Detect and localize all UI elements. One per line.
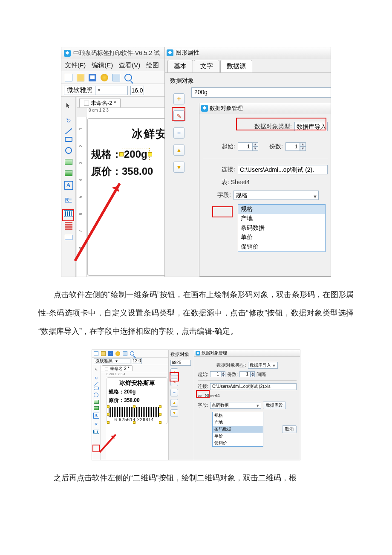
font-name-combo[interactable]: 微软雅黑 ▼ <box>64 86 128 95</box>
pan-tool-icon[interactable]: ↻ <box>93 375 99 381</box>
richtext-tool-icon[interactable]: R <box>93 421 99 427</box>
remove-button[interactable]: － <box>173 127 184 139</box>
field-option[interactable]: 条码数据 <box>213 426 263 433</box>
menu-edit[interactable]: 编辑(E) <box>92 61 113 69</box>
font-size-input[interactable]: 12.0 <box>132 358 142 364</box>
line-tool-icon[interactable] <box>65 128 72 134</box>
copies-spinner[interactable]: 1▲▼ <box>285 142 306 151</box>
tab-datasource[interactable]: 数据源 <box>220 60 252 72</box>
s2-toolbar <box>92 350 168 358</box>
pan-tool-icon[interactable]: ↻ <box>63 116 74 126</box>
field-option[interactable]: 产地 <box>238 214 325 223</box>
select-tool-icon[interactable]: ↖ <box>93 367 99 373</box>
edit-button[interactable]: ✎ <box>173 110 184 121</box>
print-icon[interactable] <box>123 351 127 356</box>
field-combo[interactable]: 规格▼ <box>233 191 319 200</box>
dialog-title: 数据对象管理 <box>202 350 227 356</box>
document-tab[interactable]: 未命名-2 * <box>79 98 121 107</box>
font-size-input[interactable]: 16.0 <box>130 86 144 95</box>
price-label: 原价： <box>91 165 122 177</box>
new-icon[interactable] <box>94 351 98 356</box>
database-settings-button[interactable]: 数据库设 <box>263 402 286 409</box>
start-spinner[interactable]: 1▲▼ <box>210 371 225 377</box>
edit-button[interactable]: ✎ <box>170 379 178 386</box>
tab-basic[interactable]: 基本 <box>167 60 193 72</box>
image-db-tool-icon[interactable] <box>94 406 99 410</box>
rect-tool-icon[interactable] <box>94 387 99 390</box>
field-combo[interactable]: 条码数据▼ <box>210 402 261 409</box>
dialog-title: 图形属性 <box>176 49 199 57</box>
type-value[interactable]: 数据库导入 <box>294 122 328 131</box>
field-option[interactable]: 单价 <box>213 433 263 439</box>
settings-icon[interactable] <box>101 74 108 81</box>
field-option[interactable]: 规格 <box>213 412 263 419</box>
table-label: 表: Sheet4 <box>222 179 250 186</box>
print-icon[interactable] <box>112 74 120 81</box>
save-icon[interactable] <box>108 351 113 356</box>
ds-value[interactable]: 6925 <box>170 360 191 366</box>
screenshot-1: ❖ 中琅条码标签打印软件-V6.5.2 试 文件(F) 编辑(E) 查看(V) … <box>61 47 331 277</box>
barcode-tool-icon[interactable] <box>64 210 73 217</box>
zoom-icon[interactable] <box>124 74 132 81</box>
child-dialog-title: 数据对象管理 <box>210 104 243 112</box>
field-option[interactable]: 条码数据 <box>238 223 325 233</box>
image-db-tool-icon[interactable] <box>65 170 72 176</box>
copies-spinner[interactable]: 1▲▼ <box>239 371 255 377</box>
remove-button[interactable]: － <box>170 389 178 396</box>
type-label: 数据对象类型: <box>216 362 246 368</box>
field-option[interactable]: 促销价 <box>213 439 263 446</box>
barcode-bars <box>109 407 160 417</box>
start-spinner[interactable]: 1▲▼ <box>238 142 258 151</box>
select-tool-icon[interactable] <box>63 100 74 110</box>
new-icon[interactable] <box>65 74 72 81</box>
field-dropdown-list[interactable]: 规格 产地 条码数据 单价 促销价 <box>212 412 263 447</box>
move-up-button[interactable]: ▲ <box>173 145 184 156</box>
text-tool-icon[interactable]: A <box>93 413 99 419</box>
type-combo[interactable]: 数据库导入▼ <box>248 362 278 369</box>
field-option[interactable]: 单价 <box>238 233 325 242</box>
ellipse-tool-icon[interactable] <box>94 393 98 397</box>
table-tool-icon[interactable] <box>65 235 72 240</box>
menu-draw[interactable]: 绘图 <box>146 61 159 69</box>
zoom-icon[interactable] <box>130 351 134 356</box>
qrcode-tool-icon[interactable] <box>65 222 72 230</box>
s2-canvas[interactable]: 冰鲜安格斯草 规格：200g 原价：358.00 6 925614 228814 <box>106 376 168 460</box>
barcode-tool-icon[interactable] <box>93 430 99 434</box>
line-tool-icon[interactable] <box>94 382 98 385</box>
move-down-button[interactable]: ▼ <box>170 409 178 417</box>
rect-tool-icon[interactable] <box>65 137 72 142</box>
document-tab[interactable]: 未命名-2 * <box>102 365 133 371</box>
ds-list[interactable]: 200g <box>191 87 331 98</box>
app-icon: ❖ <box>64 50 71 57</box>
save-icon[interactable] <box>89 74 96 81</box>
image-tool-icon[interactable] <box>65 159 72 165</box>
settings-icon[interactable] <box>115 351 120 356</box>
field-label: 字段: <box>217 191 231 199</box>
highlight-field-label <box>212 206 233 217</box>
open-icon[interactable] <box>77 74 84 81</box>
spec-value-selected[interactable]: 200g <box>122 148 150 160</box>
image-tool-icon[interactable] <box>94 400 99 404</box>
richtext-tool-icon[interactable]: R≡ <box>63 195 74 205</box>
move-down-button[interactable]: ▼ <box>173 162 184 173</box>
add-button[interactable]: ＋ <box>173 93 184 104</box>
move-up-button[interactable]: ▲ <box>170 399 178 407</box>
add-button[interactable]: ＋ <box>170 368 178 376</box>
tab-text[interactable]: 文字 <box>194 60 219 72</box>
open-icon[interactable] <box>101 351 106 356</box>
menu-file[interactable]: 文件(F) <box>65 61 86 69</box>
field-option[interactable]: 规格 <box>238 205 325 214</box>
s2-tool-palette: ↖ ↻ A R <box>92 365 101 460</box>
font-name-combo[interactable]: 微软雅黑▼ <box>94 358 130 364</box>
conn-value[interactable]: C:\Users\Admi...op\测试 (2). <box>238 165 328 174</box>
barcode-object[interactable]: 6 925614 228814 <box>109 407 160 422</box>
text-tool-icon[interactable]: A <box>64 181 73 190</box>
ellipse-tool-icon[interactable] <box>65 147 72 154</box>
menu-view[interactable]: 查看(V) <box>119 61 140 69</box>
field-option[interactable]: 促销价 <box>238 242 325 251</box>
cancel-button[interactable]: 取消 <box>282 425 297 433</box>
conn-value[interactable]: C:\Users\Admi...op\测试 (2).xls <box>210 383 297 390</box>
field-option[interactable]: 产地 <box>213 419 263 426</box>
field-dropdown-list[interactable]: 规格 产地 条码数据 单价 促销价 <box>238 204 326 252</box>
ds-side-buttons: ＋ ✎ － ▲ ▼ <box>173 93 184 173</box>
